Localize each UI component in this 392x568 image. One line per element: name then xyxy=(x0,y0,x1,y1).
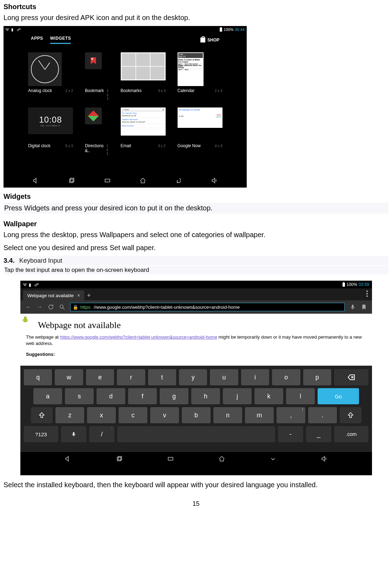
volume-down-icon[interactable] xyxy=(32,177,39,184)
cal-event2: Time machine demo for Serge xyxy=(178,64,202,68)
cal-day: Sep 27 xyxy=(179,56,186,58)
screenshot-icon[interactable] xyxy=(104,177,111,184)
tab-apps[interactable]: APPS xyxy=(31,36,43,44)
key-symbols[interactable]: ?123 xyxy=(24,426,58,442)
debug-icon: ☍ xyxy=(34,282,39,287)
gnow-temp: 26° xyxy=(181,115,184,117)
svg-point-7 xyxy=(60,305,63,308)
svg-rect-3 xyxy=(69,179,73,183)
error-paragraph: The webpage at https://www.google.com/we… xyxy=(26,334,367,347)
lock-icon: 🔒 xyxy=(73,305,78,310)
key-t[interactable]: t xyxy=(148,369,176,385)
back-icon[interactable] xyxy=(175,177,182,184)
volume-down-icon[interactable] xyxy=(65,455,72,462)
key-f[interactable]: f xyxy=(128,388,157,404)
close-tab-icon[interactable]: × xyxy=(77,293,80,298)
status-bar: Ψ ▮ ☍ 100% 05:44 xyxy=(4,26,247,33)
key-r[interactable]: r xyxy=(117,369,145,385)
battery-icon xyxy=(220,28,222,32)
screenshot-icon[interactable] xyxy=(167,455,174,462)
debug-icon: ☍ xyxy=(17,27,21,32)
recents-icon[interactable] xyxy=(116,455,123,462)
back-button[interactable]: ← xyxy=(25,304,32,310)
key-p[interactable]: p xyxy=(303,369,331,385)
search-icon[interactable] xyxy=(59,304,65,310)
home-icon[interactable] xyxy=(139,177,146,184)
overflow-menu-icon[interactable] xyxy=(366,290,368,297)
key-m[interactable]: m xyxy=(245,407,274,423)
key-space[interactable] xyxy=(117,426,275,442)
key-k[interactable]: k xyxy=(254,388,283,404)
widget-dim: 3 x 3 xyxy=(158,89,166,93)
key-mic[interactable] xyxy=(61,426,86,442)
key-u[interactable]: u xyxy=(210,369,238,385)
on-screen-keyboard: q w e r t y u i o p a s d f g h j k l Go xyxy=(20,366,372,452)
key-v[interactable]: v xyxy=(150,407,179,423)
widget-bookmark[interactable]: Bookmark1 x 1 xyxy=(85,52,109,100)
mic-button[interactable] xyxy=(350,304,356,310)
key-e[interactable]: e xyxy=(86,369,114,385)
key-z[interactable]: z xyxy=(55,407,84,423)
key-o[interactable]: o xyxy=(272,369,300,385)
browser-tab[interactable]: Webpage not available × xyxy=(23,290,84,300)
key-x[interactable]: x xyxy=(87,407,116,423)
key-b[interactable]: b xyxy=(182,407,211,423)
svg-marker-2 xyxy=(33,178,36,183)
key-s[interactable]: s xyxy=(65,388,94,404)
key-i[interactable]: i xyxy=(241,369,269,385)
key-g[interactable]: g xyxy=(160,388,188,404)
address-bar[interactable]: 🔒 https://www.google.com/webhp?client=ta… xyxy=(70,303,345,311)
key-j[interactable]: j xyxy=(223,388,252,404)
key-n[interactable]: n xyxy=(213,407,242,423)
widget-bookmarks[interactable]: Bookmarks3 x 3 xyxy=(121,52,166,100)
page-content: Webpage not available The webpage at htt… xyxy=(20,314,372,366)
reload-button[interactable] xyxy=(48,304,54,310)
key-shift-left[interactable] xyxy=(31,407,53,423)
key-slash[interactable]: /: xyxy=(89,426,114,442)
key-com[interactable]: .com xyxy=(334,426,368,442)
calendar-icon: TUESep 27 Bake Cookies & Make Ice Cream2… xyxy=(178,52,204,86)
svg-rect-5 xyxy=(105,179,109,182)
app-drawer-tabs: APPS WIDGETS SHOP xyxy=(4,33,247,44)
widget-email[interactable]: 📧 Inbox15 Tim, George, Harryheadhorse yo… xyxy=(121,107,166,156)
browser-tabbar: Webpage not available × + xyxy=(20,288,372,300)
key-underscore[interactable]: _ xyxy=(306,426,331,442)
svg-line-8 xyxy=(63,308,65,309)
key-dash[interactable]: - xyxy=(278,426,303,442)
widget-digital-clock[interactable]: 10:08FRI, OCTOBER IX Digital clock5 x 3 xyxy=(28,107,73,156)
widget-directions[interactable]: Directions &..1 x 1 xyxy=(85,107,109,156)
shop-button[interactable]: SHOP xyxy=(200,38,219,43)
svg-rect-22 xyxy=(168,457,173,460)
key-backspace[interactable] xyxy=(334,369,368,385)
key-w[interactable]: w xyxy=(55,369,83,385)
volume-up-icon[interactable] xyxy=(321,455,328,462)
key-period[interactable]: . xyxy=(308,407,337,423)
widget-calendar[interactable]: TUESep 27 Bake Cookies & Make Ice Cream2… xyxy=(178,52,222,100)
svg-marker-6 xyxy=(212,178,215,183)
digital-clock-icon: 10:08FRI, OCTOBER IX xyxy=(28,107,73,134)
key-a[interactable]: a xyxy=(33,388,62,404)
key-go[interactable]: Go xyxy=(318,388,359,404)
error-link[interactable]: https://www.google.com/webhp?client=tabl… xyxy=(60,334,217,340)
widget-google-now[interactable]: 45 minutes to Irvine ☀ 26° 300072373 Goo… xyxy=(178,107,222,156)
forward-button[interactable]: → xyxy=(36,304,43,310)
volume-up-icon[interactable] xyxy=(211,177,218,184)
heading-widgets: Widgets xyxy=(4,192,388,201)
tab-widgets[interactable]: WIDGETS xyxy=(50,36,71,44)
recents-icon[interactable] xyxy=(68,177,75,184)
home-icon[interactable] xyxy=(218,455,225,462)
key-d[interactable]: d xyxy=(97,388,125,404)
key-q[interactable]: q xyxy=(24,369,52,385)
new-tab-button[interactable]: + xyxy=(84,290,93,300)
hide-keyboard-icon[interactable] xyxy=(270,455,277,462)
widget-label: Bookmarks xyxy=(121,88,142,93)
bookmark-button[interactable] xyxy=(361,304,367,310)
key-l[interactable]: l xyxy=(286,388,315,404)
widget-dim: 3 x 2 xyxy=(158,144,166,148)
key-shift-right[interactable] xyxy=(340,407,361,423)
key-c[interactable]: c xyxy=(119,407,147,423)
widget-analog-clock[interactable]: Analog clock2 x 2 xyxy=(28,52,73,100)
key-y[interactable]: y xyxy=(179,369,207,385)
key-h[interactable]: h xyxy=(191,388,220,404)
key-comma[interactable]: ,! xyxy=(277,407,305,423)
